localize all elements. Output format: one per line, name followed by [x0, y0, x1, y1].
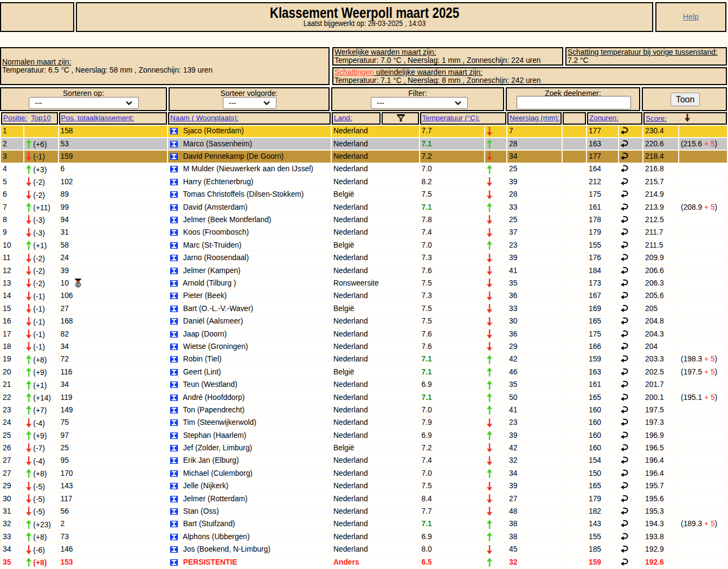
svg-text:2: 2 — [77, 283, 79, 287]
